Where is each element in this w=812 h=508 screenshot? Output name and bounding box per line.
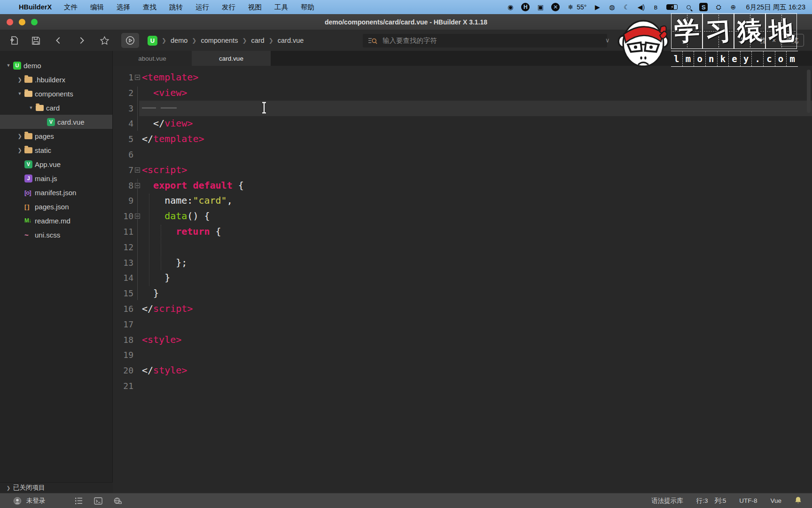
line-indicator[interactable]: 行:3 [696, 497, 708, 505]
tree-item-card[interactable]: ▼card [0, 101, 112, 115]
menu-datetime[interactable]: 6月25日 周五 16:23 [746, 3, 805, 12]
menu-item-查找[interactable]: 查找 [143, 3, 156, 11]
chevron-right-icon[interactable]: ❯ [15, 147, 24, 153]
tree-item--hbuilderx[interactable]: ❯.hbuilderx [0, 72, 112, 87]
closed-projects-row[interactable]: ❯ 已关闭项目 [0, 482, 113, 493]
menu-item-选择[interactable]: 选择 [117, 3, 130, 11]
terminal-icon[interactable] [94, 497, 102, 505]
code-line-5[interactable]: 5</template> [113, 131, 812, 147]
play-status-icon[interactable]: ▶ [593, 3, 601, 11]
code-line-13[interactable]: 13 }; [113, 255, 812, 270]
menu-item-视图[interactable]: 视图 [248, 3, 262, 11]
tree-item-static[interactable]: ❯static [0, 143, 112, 157]
code-line-1[interactable]: 1<template> [113, 70, 812, 85]
code-line-9[interactable]: 9 name:"card", [113, 193, 812, 208]
breadcrumb-card[interactable]: card [251, 37, 264, 44]
tree-item-App-vue[interactable]: VApp.vue [0, 157, 112, 171]
tree-item-pages[interactable]: ❯pages [0, 129, 112, 143]
code-line-11[interactable]: 11 return { [113, 224, 812, 239]
screen-record-icon[interactable]: ▣ [537, 3, 544, 11]
control-center-icon[interactable]: ⛭ [715, 3, 722, 11]
editor-scrollbar[interactable] [807, 70, 811, 113]
tree-item-pages-json[interactable]: [ ]pages.json [0, 199, 112, 214]
outline-list-icon[interactable] [75, 497, 83, 504]
save-button[interactable] [29, 34, 42, 47]
x-app-icon[interactable]: ✕ [551, 3, 560, 11]
code-line-2[interactable]: 2 <view> [113, 85, 812, 101]
code-line-19[interactable]: 19 [113, 347, 812, 363]
menu-item-发行[interactable]: 发行 [222, 3, 235, 11]
code-line-16[interactable]: 16</script> [113, 301, 812, 317]
fold-collapse-icon[interactable] [135, 167, 140, 173]
navigate-back-button[interactable] [52, 34, 65, 47]
code-line-10[interactable]: 10 data() { [113, 208, 812, 224]
code-line-6[interactable]: 6 [113, 147, 812, 162]
chevron-right-icon[interactable]: ❯ [15, 77, 24, 83]
wechat-icon[interactable]: ◍ [608, 3, 616, 11]
language-mode-indicator[interactable]: Vue [770, 497, 781, 504]
syntax-lib-label[interactable]: 语法提示库 [651, 497, 683, 505]
code-line-7[interactable]: 7<script> [113, 162, 812, 178]
sogou-input-icon[interactable]: S [699, 3, 708, 11]
menu-item-编辑[interactable]: 编辑 [90, 3, 104, 11]
web-globe-icon[interactable] [114, 497, 122, 505]
preview-button[interactable]: 预览 [781, 34, 804, 47]
menu-app-name[interactable]: HBuilderX [19, 3, 52, 11]
battery-icon[interactable]: ⚡ [666, 4, 678, 10]
login-status[interactable]: 未登录 [13, 497, 46, 505]
chevron-down-icon[interactable]: ▼ [4, 63, 13, 68]
search-history-chevron-icon[interactable]: ∨ [605, 37, 610, 44]
creative-cloud-icon[interactable]: ◉ [507, 3, 514, 11]
bluetooth-icon[interactable]: ʙ [652, 3, 659, 11]
menu-item-帮助[interactable]: 帮助 [301, 3, 314, 11]
tree-item-manifest-json[interactable]: [o]manifest.json [0, 185, 112, 199]
tree-item-demo[interactable]: ▼Udemo [0, 58, 112, 72]
code-line-14[interactable]: 14 } [113, 270, 812, 286]
menu-item-文件[interactable]: 文件 [64, 3, 78, 11]
run-button[interactable] [121, 33, 139, 48]
new-file-button[interactable] [8, 34, 21, 47]
tree-item-uni-scss[interactable]: ~uni.scss [0, 228, 112, 242]
search-status-icon[interactable] [685, 3, 692, 11]
notification-bell-icon[interactable] [795, 496, 802, 505]
find-action-label[interactable]: × [772, 37, 776, 44]
volume-icon[interactable]: ◀) [637, 3, 645, 11]
chevron-right-icon[interactable]: ❯ [15, 133, 24, 139]
navigate-forward-button[interactable] [75, 34, 88, 47]
chevron-down-icon[interactable]: ▼ [26, 105, 36, 110]
tree-item-readme-md[interactable]: M↓readme.md [0, 214, 112, 228]
tree-item-card-vue[interactable]: Vcard.vue [0, 115, 112, 129]
find-action-label[interactable]: 上 [682, 37, 689, 45]
find-input[interactable]: 输入要查找的字符 [363, 34, 607, 48]
code-line-18[interactable]: 18<style> [113, 332, 812, 348]
tree-item-components[interactable]: ▼components [0, 87, 112, 101]
tab-card-vue[interactable]: card.vue [192, 51, 271, 66]
find-action-label[interactable]: 下 [739, 37, 745, 45]
bookmark-star-button[interactable] [98, 34, 111, 47]
do-not-disturb-moon-icon[interactable]: ☾ [623, 3, 630, 11]
menu-item-运行[interactable]: 运行 [195, 3, 209, 11]
tab-about-vue[interactable]: about.vue [113, 51, 192, 66]
code-editor[interactable]: 1<template>2 <view>34 </view>5</template… [113, 66, 812, 493]
code-line-8[interactable]: 8 export default { [113, 178, 812, 193]
code-line-21[interactable]: 21 [113, 378, 812, 394]
find-action-label[interactable]: 选 [661, 37, 667, 45]
code-line-4[interactable]: 4 </view> [113, 116, 812, 131]
safari-icon[interactable]: ⊕ [729, 3, 737, 11]
fold-collapse-icon[interactable] [135, 75, 140, 80]
breadcrumb-components[interactable]: components [201, 37, 238, 44]
tree-item-main-js[interactable]: Jmain.js [0, 171, 112, 185]
hbuilder-status-icon[interactable]: H [521, 3, 530, 11]
menu-item-跳转[interactable]: 跳转 [169, 3, 183, 11]
weather-icon[interactable]: ❄ [567, 3, 574, 11]
encoding-indicator[interactable]: UTF-8 [739, 497, 757, 504]
find-action-label[interactable]: 替 [759, 37, 766, 45]
breadcrumb-demo[interactable]: demo [171, 37, 187, 44]
menu-item-工具[interactable]: 工具 [274, 3, 288, 11]
code-line-3[interactable]: 3 [113, 101, 812, 116]
code-line-15[interactable]: 15 } [113, 286, 812, 301]
column-indicator[interactable]: 列:5 [714, 497, 726, 505]
code-line-12[interactable]: 12 [113, 239, 812, 255]
breadcrumb-card-vue[interactable]: card.vue [278, 37, 304, 44]
chevron-down-icon[interactable]: ▼ [15, 91, 24, 96]
